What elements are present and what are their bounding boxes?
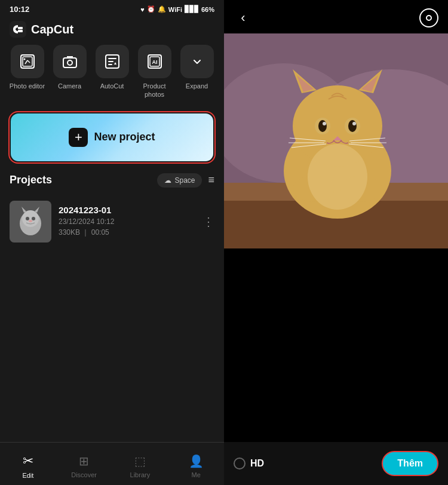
svg-text:AI: AI (152, 59, 157, 65)
svg-point-38 (352, 122, 356, 125)
svg-line-5 (25, 60, 27, 64)
status-icons: ♥ ⏰ 🔔 WiFi ▊▊▊ 66% (140, 5, 214, 13)
expand-label: Expand (186, 82, 208, 90)
photo-editor-label: Photo editor (10, 82, 45, 90)
expand-icon-box (180, 45, 214, 78)
heart-icon: ♥ (140, 6, 145, 13)
time: 10:12 (10, 5, 29, 14)
project-date: 23/12/2024 10:12 (59, 217, 195, 226)
library-icon: ⬚ (134, 454, 146, 468)
right-panel: ‹ (224, 0, 448, 485)
svg-point-7 (23, 59, 25, 60)
project-duration: 00:05 (91, 228, 109, 237)
right-top-bar: ‹ (224, 0, 448, 33)
nav-library[interactable]: ⬚ Library (112, 449, 168, 478)
product-photos-label: Product photos (134, 82, 174, 99)
inner-circle (426, 15, 432, 21)
me-label: Me (191, 471, 200, 478)
project-meta: 330KB ｜ 00:05 (59, 228, 195, 238)
projects-header: Projects ☁ Space ≡ (0, 173, 224, 196)
svg-point-35 (318, 120, 327, 132)
mute-icon: 🔔 (158, 5, 166, 13)
svg-rect-0 (10, 21, 26, 38)
cat-photo (224, 33, 448, 248)
cloud-icon: ☁ (164, 176, 171, 185)
hd-option[interactable]: HD (234, 458, 264, 469)
project-size: 330KB (59, 228, 80, 237)
project-thumbnail (10, 201, 51, 242)
discover-label: Discover (71, 471, 97, 478)
nav-discover[interactable]: ⊞ Discover (56, 449, 112, 478)
svg-point-21 (29, 220, 32, 222)
separator: ｜ (82, 228, 91, 237)
tool-camera[interactable]: Camera (50, 45, 90, 90)
hd-circle (234, 458, 246, 469)
new-project-wrapper: + New project (8, 111, 216, 164)
space-button[interactable]: ☁ Space (157, 173, 202, 188)
camera-label: Camera (58, 82, 81, 90)
project-item[interactable]: 20241223-01 23/12/2024 10:12 330KB ｜ 00:… (0, 196, 224, 247)
new-project-label: New project (94, 131, 155, 143)
tool-expand[interactable]: Expand (177, 45, 217, 90)
projects-actions: ☁ Space ≡ (157, 173, 214, 188)
svg-point-9 (67, 60, 72, 65)
svg-point-37 (323, 122, 326, 125)
circle-button[interactable] (419, 8, 438, 27)
right-bottom-bar: HD Thêm (224, 442, 448, 485)
svg-rect-1 (18, 27, 23, 29)
app-header: CapCut (0, 16, 224, 45)
new-project-button[interactable]: + New project (11, 113, 213, 161)
back-button[interactable]: ‹ (234, 8, 253, 27)
cat-photo-container (224, 33, 448, 259)
svg-point-19 (26, 217, 29, 220)
space-label: Space (174, 176, 195, 185)
project-more-button[interactable]: ⋮ (202, 214, 214, 229)
discover-icon: ⊞ (79, 454, 89, 468)
photo-editor-icon-box (11, 45, 44, 78)
projects-title: Projects (10, 174, 52, 186)
autocut-label: AutoCut (100, 82, 124, 90)
svg-line-6 (27, 60, 30, 63)
signal-icon: ▊▊▊ (185, 5, 199, 13)
nav-me[interactable]: 👤 Me (168, 449, 224, 478)
product-photos-icon-box: AI (138, 45, 171, 78)
camera-icon-box (53, 45, 87, 78)
plus-icon: + (69, 128, 88, 147)
edit-label: Edit (22, 472, 33, 479)
project-info: 20241223-01 23/12/2024 10:12 330KB ｜ 00:… (59, 205, 195, 238)
nav-edit[interactable]: ✂ Edit (0, 449, 56, 479)
svg-point-16 (22, 210, 39, 227)
svg-rect-2 (18, 30, 23, 32)
bottom-nav: ✂ Edit ⊞ Discover ⬚ Library 👤 Me (0, 442, 224, 485)
capcut-logo-icon (10, 21, 26, 38)
wifi-icon: WiFi (168, 6, 182, 13)
tool-autocut[interactable]: AutoCut (92, 45, 132, 90)
tool-product-photos[interactable]: AI Product photos (134, 45, 174, 99)
svg-point-20 (32, 217, 35, 220)
status-bar: 10:12 ♥ ⏰ 🔔 WiFi ▊▊▊ 66% (0, 0, 224, 16)
me-icon: 👤 (189, 454, 204, 468)
sort-icon[interactable]: ≡ (208, 174, 214, 186)
hd-label: HD (250, 458, 264, 469)
svg-point-48 (308, 144, 367, 210)
svg-rect-4 (23, 57, 32, 66)
battery: 66% (201, 6, 214, 13)
svg-point-36 (348, 120, 357, 132)
project-name: 20241223-01 (59, 205, 195, 215)
autocut-icon-box (96, 45, 129, 78)
library-label: Library (130, 471, 151, 478)
left-panel: 10:12 ♥ ⏰ 🔔 WiFi ▊▊▊ 66% CapCut Photo ed… (0, 0, 224, 485)
svg-rect-8 (63, 58, 76, 67)
edit-icon: ✂ (23, 453, 33, 469)
app-name: CapCut (31, 23, 73, 36)
tool-photo-editor[interactable]: Photo editor (7, 45, 47, 90)
them-button[interactable]: Thêm (382, 451, 438, 476)
alarm-icon: ⏰ (147, 5, 155, 13)
tools-row: Photo editor Camera AutoCut AI Product p… (0, 45, 224, 109)
